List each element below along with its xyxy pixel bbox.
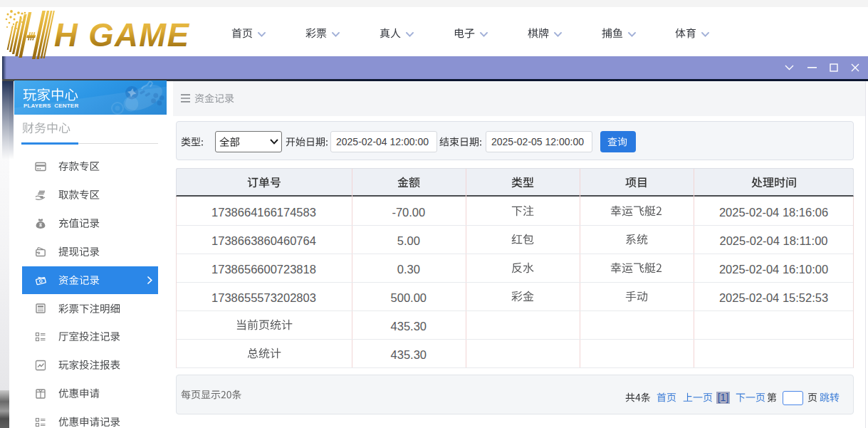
svg-text:H GAME: H GAME bbox=[54, 17, 190, 53]
